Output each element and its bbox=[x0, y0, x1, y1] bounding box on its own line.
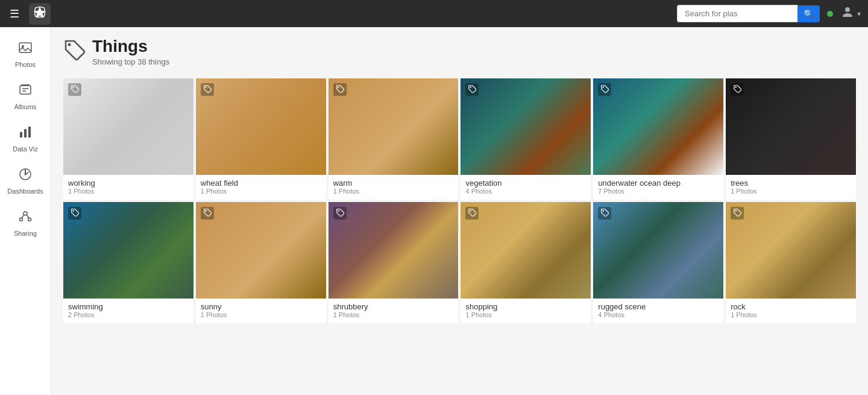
thing-info: warm1 Photos bbox=[329, 175, 459, 200]
thing-photo-count: 1 Photos bbox=[333, 188, 454, 195]
svg-rect-7 bbox=[20, 132, 22, 137]
thing-card[interactable]: sunny1 Photos bbox=[196, 202, 326, 323]
sharing-icon bbox=[18, 209, 33, 227]
thing-tag-overlay-icon bbox=[465, 83, 479, 96]
thing-photo-count: 4 Photos bbox=[598, 311, 719, 318]
thing-info: vegetation4 Photos bbox=[461, 175, 591, 200]
user-avatar-icon bbox=[840, 5, 855, 22]
thing-photo-count: 4 Photos bbox=[465, 188, 586, 195]
svg-point-26 bbox=[603, 210, 604, 212]
svg-point-17 bbox=[205, 87, 206, 88]
thing-info: rock1 Photos bbox=[726, 299, 856, 323]
thing-name: warm bbox=[333, 179, 454, 188]
page-header-text: Things Showing top 38 things bbox=[92, 37, 169, 66]
thing-thumbnail bbox=[196, 202, 326, 299]
sidebar: Photos Albums Data Viz bbox=[0, 27, 51, 395]
svg-point-15 bbox=[68, 43, 71, 46]
thing-card[interactable]: swimming2 Photos bbox=[63, 202, 193, 323]
thing-card[interactable]: warm1 Photos bbox=[329, 78, 459, 200]
thing-name: swimming bbox=[68, 302, 189, 311]
sidebar-item-dashboards[interactable]: Dashboards bbox=[0, 160, 51, 202]
svg-point-19 bbox=[470, 87, 471, 88]
thing-tag-overlay-icon bbox=[465, 207, 479, 220]
thing-info: trees1 Photos bbox=[726, 175, 856, 200]
thing-card[interactable]: wheat field1 Photos bbox=[196, 78, 326, 200]
thing-info: swimming2 Photos bbox=[63, 299, 193, 323]
sidebar-sharing-label: Sharing bbox=[14, 230, 37, 237]
thing-card[interactable]: shrubbery1 Photos bbox=[329, 202, 459, 323]
top-navigation: ☰ 🔍 ▾ bbox=[0, 0, 868, 27]
thing-photo-count: 1 Photos bbox=[201, 188, 321, 195]
thing-thumbnail bbox=[329, 78, 459, 175]
thing-name: rock bbox=[731, 302, 851, 311]
thing-name: sunny bbox=[201, 302, 321, 311]
thing-card[interactable]: underwater ocean deep7 Photos bbox=[593, 78, 723, 200]
main-layout: Photos Albums Data Viz bbox=[0, 27, 868, 395]
svg-point-20 bbox=[603, 87, 604, 88]
sidebar-item-photos[interactable]: Photos bbox=[0, 33, 51, 75]
thing-tag-overlay-icon bbox=[68, 207, 81, 220]
albums-icon bbox=[18, 83, 33, 101]
thing-thumbnail bbox=[196, 78, 326, 175]
svg-point-21 bbox=[735, 87, 737, 88]
svg-point-27 bbox=[735, 210, 737, 212]
thing-card[interactable]: rugged scene4 Photos bbox=[593, 202, 723, 323]
svg-point-0 bbox=[845, 7, 850, 12]
search-input[interactable] bbox=[677, 5, 797, 22]
search-container: 🔍 bbox=[677, 5, 820, 22]
svg-point-16 bbox=[73, 87, 74, 88]
thing-name: working bbox=[68, 179, 189, 188]
thing-thumbnail bbox=[329, 202, 459, 299]
svg-rect-4 bbox=[21, 84, 30, 86]
things-tag-icon bbox=[63, 39, 85, 65]
online-status-dot bbox=[827, 11, 833, 17]
thing-name: shopping bbox=[465, 302, 586, 311]
chevron-down-icon: ▾ bbox=[857, 10, 861, 18]
thing-name: vegetation bbox=[465, 179, 586, 188]
sidebar-item-albums[interactable]: Albums bbox=[0, 75, 51, 118]
things-grid: working1 Photoswheat field1 Photoswarm1 … bbox=[63, 78, 856, 323]
thing-tag-overlay-icon bbox=[731, 83, 744, 96]
page-header: Things Showing top 38 things bbox=[63, 37, 856, 66]
thing-tag-overlay-icon bbox=[68, 83, 81, 96]
user-menu-button[interactable]: ▾ bbox=[840, 5, 861, 22]
thing-info: underwater ocean deep7 Photos bbox=[593, 175, 723, 200]
thing-card[interactable]: shopping1 Photos bbox=[461, 202, 591, 323]
search-button[interactable]: 🔍 bbox=[797, 5, 820, 22]
thing-tag-overlay-icon bbox=[731, 207, 744, 220]
thing-tag-overlay-icon bbox=[598, 83, 611, 96]
search-icon: 🔍 bbox=[804, 9, 814, 19]
thing-tag-overlay-icon bbox=[201, 207, 214, 220]
thing-name: shrubbery bbox=[333, 302, 454, 311]
svg-point-23 bbox=[205, 210, 206, 212]
thing-photo-count: 1 Photos bbox=[731, 188, 851, 195]
thing-card[interactable]: rock1 Photos bbox=[726, 202, 856, 323]
thing-tag-overlay-icon bbox=[201, 83, 214, 96]
data-viz-icon bbox=[18, 125, 33, 143]
thing-photo-count: 1 Photos bbox=[731, 311, 851, 318]
svg-point-25 bbox=[470, 210, 471, 212]
sidebar-albums-label: Albums bbox=[14, 103, 37, 110]
main-content: Things Showing top 38 things working1 Ph… bbox=[51, 27, 868, 395]
thing-name: underwater ocean deep bbox=[598, 179, 719, 188]
hamburger-button[interactable]: ☰ bbox=[7, 5, 22, 23]
thing-info: sunny1 Photos bbox=[196, 299, 326, 323]
thing-info: wheat field1 Photos bbox=[196, 175, 326, 200]
thing-info: rugged scene4 Photos bbox=[593, 299, 723, 323]
sidebar-item-sharing[interactable]: Sharing bbox=[0, 202, 51, 244]
thing-card[interactable]: trees1 Photos bbox=[726, 78, 856, 200]
thing-card[interactable]: working1 Photos bbox=[63, 78, 193, 200]
thing-thumbnail bbox=[593, 78, 723, 175]
sidebar-item-data-viz[interactable]: Data Viz bbox=[0, 118, 51, 160]
thing-thumbnail bbox=[461, 78, 591, 175]
thing-tag-overlay-icon bbox=[598, 207, 611, 220]
logo-button[interactable] bbox=[29, 3, 51, 25]
thing-photo-count: 1 Photos bbox=[201, 311, 321, 318]
thing-photo-count: 2 Photos bbox=[68, 311, 189, 318]
sidebar-dataviz-label: Data Viz bbox=[13, 145, 37, 153]
thing-card[interactable]: vegetation4 Photos bbox=[461, 78, 591, 200]
thing-info: shrubbery1 Photos bbox=[329, 299, 459, 323]
thing-info: working1 Photos bbox=[63, 175, 193, 200]
thing-thumbnail bbox=[63, 202, 193, 299]
thing-thumbnail bbox=[593, 202, 723, 299]
